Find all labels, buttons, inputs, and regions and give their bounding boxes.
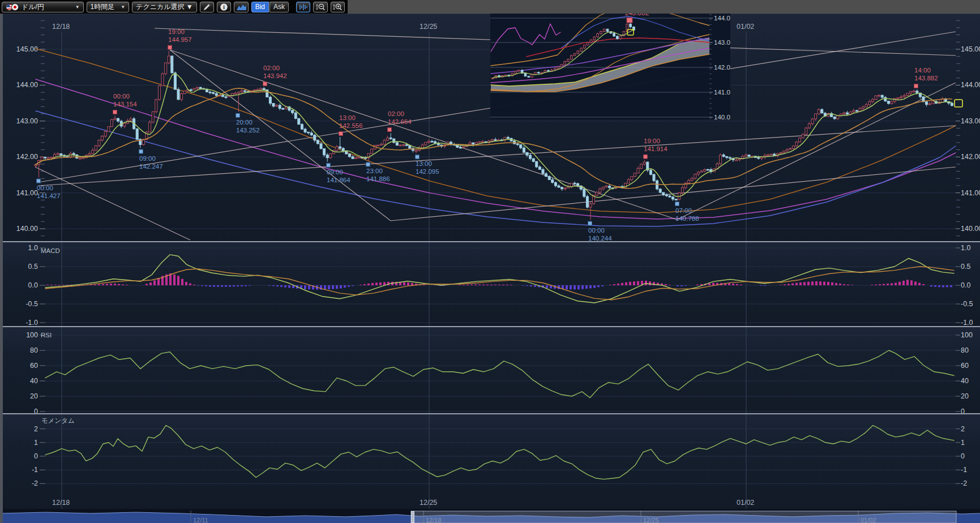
macd-histogram-bar [649,281,651,285]
macd-histogram-bar [197,285,199,286]
macd-histogram-bar [887,284,889,285]
macd-histogram-bar [340,285,342,289]
y-axis-label-left: 60 [30,362,38,370]
macd-histogram-bar [249,285,251,286]
draw-tool-button[interactable] [200,2,214,12]
macd-histogram-bar [902,281,905,285]
y-axis-label-right: 1.0 [961,244,970,252]
y-axis-label-right: -1.0 [961,319,973,327]
macd-histogram-bar [637,281,639,285]
area-chart-icon [237,3,246,11]
macd-histogram-bar [684,285,687,286]
ask-button[interactable]: Ask [269,2,289,12]
svg-text:19:00: 19:00 [644,138,660,144]
macd-histogram-bar [906,280,909,285]
svg-text:142.095: 142.095 [416,168,439,175]
zoom-out-button[interactable] [313,2,327,12]
macd-histogram-bar [245,285,247,286]
svg-text:00:00: 00:00 [37,185,53,191]
macd-histogram-bar [344,285,346,288]
macd-histogram-bar [280,285,283,287]
zoom-inset-chart[interactable]: 144.0143.0142.0141.0140.014:00143.882 [490,0,730,121]
y-axis-label-left: 2 [34,425,38,433]
macd-histogram-bar [288,285,290,288]
y-axis-label-right: 1 [961,439,965,447]
toolbar: ドル/円 ▼ 1時間足 ▼ テクニカル選択 ▼ i Bid Ask [0,0,980,14]
y-axis-label-left: 144.00 [16,81,38,89]
bid-button[interactable]: Bid [251,2,269,12]
macd-histogram-bar [696,285,699,285]
macd-histogram-bar [328,285,330,289]
y-axis-label-left: 40 [30,377,38,385]
y-axis-label-right: 141.00 [961,189,980,197]
macd-histogram-bar [201,285,203,286]
macd-histogram-bar [597,285,600,287]
macd-histogram-bar [62,285,65,285]
technical-indicator-select[interactable]: テクニカル選択 ▼ [132,2,197,12]
info-button[interactable]: i [217,2,231,12]
timeframe-label: 1時間足 [91,2,115,12]
macd-histogram-bar [145,284,148,285]
macd-histogram-bar [66,285,69,285]
y-axis-label-right: -0.5 [961,300,973,308]
svg-text:143.252: 143.252 [236,127,260,134]
y-axis-label-right: 0.0 [961,281,970,289]
macd-histogram-bar [815,281,818,285]
macd-histogram-bar [94,284,96,285]
inset-y-axis-label: 142.0 [714,64,730,71]
chart-application: ドル/円 ▼ 1時間足 ▼ テクニカル選択 ▼ i Bid Ask [0,0,980,523]
timeframe-select[interactable]: 1時間足 ▼ [87,2,130,12]
macd-histogram-bar [740,285,742,285]
date-label-bottom: 12/25 [420,499,437,507]
pencil-icon [203,3,211,11]
macd-histogram-bar [851,285,853,285]
macd-histogram-bar [530,285,532,286]
chart-region[interactable]: 145.00145.00144.00144.00143.00143.00142.… [0,0,980,523]
currency-pair-select[interactable]: ドル/円 ▼ [2,2,84,12]
macd-histogram-bar [645,281,647,285]
macd-histogram-bar [490,285,493,285]
macd-histogram-bar [185,282,187,285]
zoom-in-icon [333,3,343,11]
macd-histogram-bar [728,283,730,285]
svg-text:142.247: 142.247 [139,163,163,170]
macd-histogram-bar [467,285,469,285]
y-axis-label-right: 143.00 [961,117,980,125]
macd-histogram-bar [918,283,921,285]
macd-histogram-bar [669,285,671,285]
macd-histogram-bar [126,285,128,285]
macd-histogram-bar [50,285,53,285]
macd-histogram-bar [946,285,948,287]
svg-text:141.864: 141.864 [327,177,350,183]
macd-histogram-bar [221,285,223,287]
macd-histogram-bar [360,285,362,285]
svg-text:140.244: 140.244 [588,235,612,242]
macd-histogram-bar [938,285,940,287]
macd-histogram-bar [407,282,409,285]
y-axis-label-left: -0.5 [25,300,38,308]
macd-histogram-bar [233,285,235,286]
macd-histogram-bar [831,282,833,285]
rsi-title: RSI [41,332,52,338]
candle-chart-mode-button[interactable] [296,2,310,12]
macd-histogram-bar [665,284,667,285]
macd-histogram-bar [613,284,615,285]
macd-histogram-bar [570,285,572,289]
svg-text:00:00: 00:00 [588,227,605,234]
macd-histogram-bar [237,285,239,286]
macd-histogram-bar [546,285,548,288]
momentum-title: モメンタム [41,417,75,424]
area-chart-mode-button[interactable] [234,2,248,12]
y-axis-label-right: -2 [961,479,967,487]
macd-histogram-bar [585,285,588,289]
svg-text:13:00: 13:00 [416,160,432,167]
y-axis-label-left: 1.0 [28,244,38,252]
zoom-in-button[interactable] [331,2,345,12]
navigator-window[interactable] [411,511,956,523]
svg-text:09:00: 09:00 [139,155,156,162]
macd-histogram-bar [875,285,877,285]
y-axis-label-right: 142.00 [961,153,980,161]
svg-text:141.427: 141.427 [37,192,61,199]
toolbar-button-strip: ドル/円 ▼ 1時間足 ▼ テクニカル選択 ▼ i Bid Ask [0,0,348,14]
navigator[interactable]: 12/1112/1812/2501/02 [0,511,980,523]
